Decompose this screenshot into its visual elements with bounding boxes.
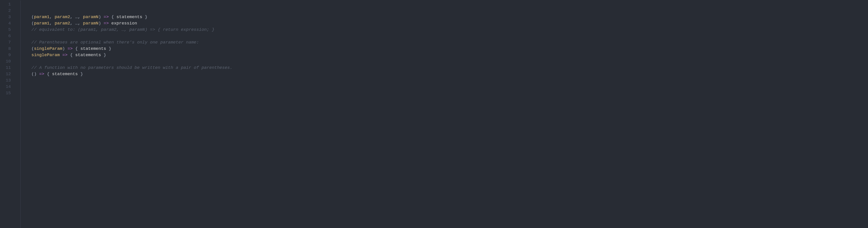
line-number: 2 — [0, 7, 11, 14]
line-number: 11 — [0, 64, 11, 71]
token-punct: ) — [98, 21, 104, 26]
token-param: singleParam — [31, 53, 60, 58]
line-number-gutter: 1 2 3 4 5 6 7 8 9 10 11 12 13 14 15 — [0, 0, 16, 228]
code-line: // A function with no parameters should … — [31, 64, 868, 71]
line-number: 3 — [0, 14, 11, 20]
code-line — [31, 33, 868, 39]
line-number: 1 — [0, 1, 11, 7]
token-punct: , …, — [70, 15, 83, 20]
line-number: 12 — [0, 71, 11, 77]
token-punct: () — [31, 72, 39, 77]
token-punct: ( — [31, 15, 34, 20]
token-punct — [60, 53, 62, 58]
token-arrow: => — [103, 21, 109, 26]
fold-column — [16, 0, 20, 228]
token-comment: // Parentheses are optional when there's… — [31, 40, 199, 45]
token-punct: } — [142, 15, 147, 20]
token-ident: statements — [52, 72, 78, 77]
line-number: 13 — [0, 77, 11, 84]
token-punct: } — [78, 72, 83, 77]
token-punct: } — [101, 53, 106, 58]
code-line: (param1, param2, …, paramN) => { stateme… — [31, 14, 868, 20]
code-line: () => { statements } — [31, 71, 868, 77]
token-punct: , — [50, 21, 55, 26]
token-ident: statements — [116, 15, 142, 20]
line-number: 4 — [0, 20, 11, 27]
token-punct: { — [72, 46, 80, 51]
token-punct: , — [50, 15, 55, 20]
token-param: paramN — [83, 15, 98, 20]
line-number: 7 — [0, 39, 11, 46]
code-line: // Parentheses are optional when there's… — [31, 39, 868, 46]
token-param: param2 — [55, 15, 70, 20]
token-param: param2 — [55, 21, 70, 26]
token-punct — [109, 21, 111, 26]
token-arrow: => — [68, 46, 73, 51]
code-line — [31, 77, 868, 84]
token-punct: ( — [31, 21, 34, 26]
line-number: 8 — [0, 46, 11, 52]
token-punct: { — [44, 72, 52, 77]
token-param: param1 — [34, 21, 49, 26]
token-ident: statements — [81, 46, 106, 51]
code-line: (singleParam) => { statements } — [31, 46, 868, 52]
token-punct: ) — [98, 15, 104, 20]
token-punct: { — [109, 15, 116, 20]
code-content[interactable]: (param1, param2, …, paramN) => { stateme… — [21, 0, 868, 228]
token-param: param1 — [34, 15, 49, 20]
token-arrow: => — [103, 15, 109, 20]
line-number: 10 — [0, 58, 11, 64]
code-line — [31, 84, 868, 90]
token-arrow: => — [62, 53, 68, 58]
token-ident: statements — [75, 53, 101, 58]
token-param: singleParam — [34, 46, 62, 51]
code-line: singleParam => { statements } — [31, 52, 868, 58]
code-line — [31, 90, 868, 96]
line-number: 14 — [0, 84, 11, 90]
token-ident: expression — [112, 21, 137, 26]
token-punct: ) — [62, 46, 68, 51]
code-line — [31, 7, 868, 14]
token-punct: ( — [31, 46, 34, 51]
code-line — [31, 58, 868, 64]
token-punct: , …, — [70, 21, 83, 26]
code-line: // equivalent to: (param1, param2, …, pa… — [31, 27, 868, 33]
line-number: 6 — [0, 33, 11, 39]
line-number: 15 — [0, 90, 11, 96]
token-param: paramN — [83, 21, 98, 26]
code-line: (param1, param2, …, paramN) => expressio… — [31, 20, 868, 27]
token-comment: // A function with no parameters should … — [31, 65, 232, 70]
token-comment: // equivalent to: (param1, param2, …, pa… — [31, 27, 215, 32]
token-arrow: => — [39, 72, 44, 77]
line-number: 9 — [0, 52, 11, 58]
line-number: 5 — [0, 27, 11, 33]
token-punct: } — [106, 46, 112, 51]
code-editor[interactable]: 1 2 3 4 5 6 7 8 9 10 11 12 13 14 15 (par… — [0, 0, 868, 228]
code-line — [31, 1, 868, 7]
token-punct: { — [68, 53, 75, 58]
